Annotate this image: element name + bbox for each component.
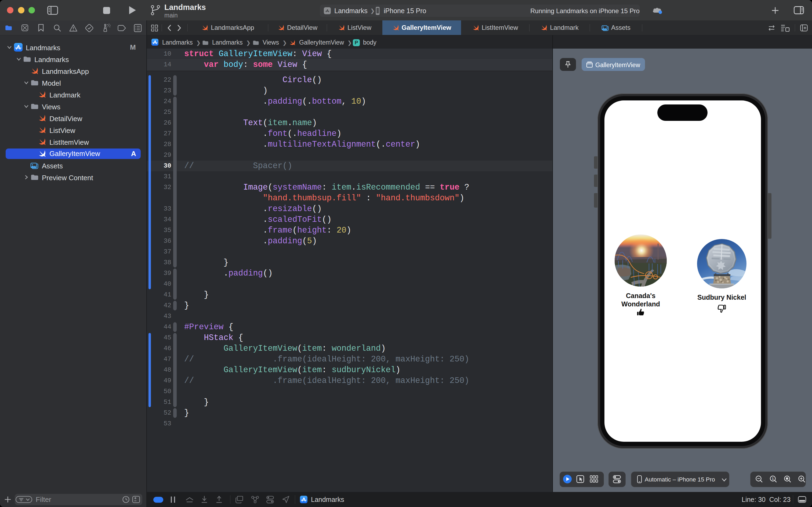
svg-text:1: 1 [772,477,773,481]
